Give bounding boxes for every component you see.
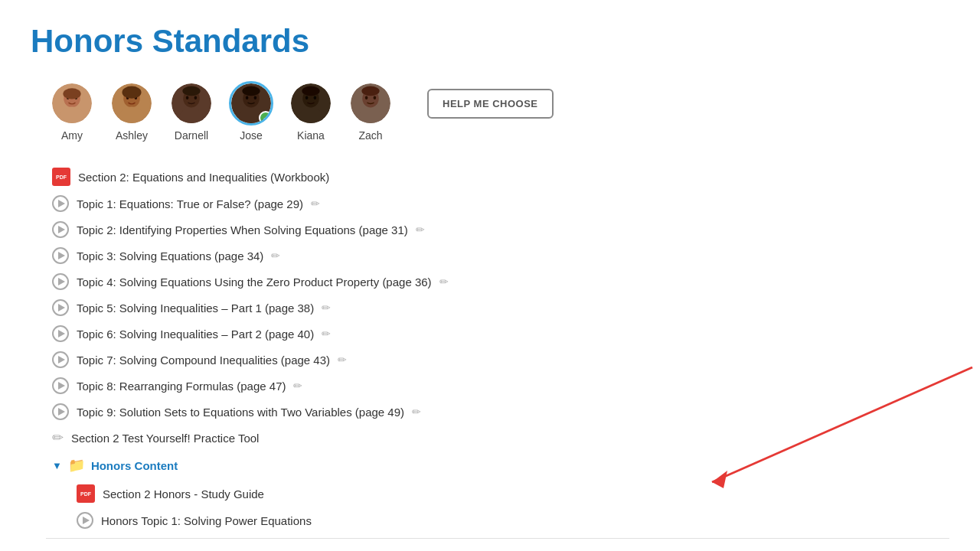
- edit-icon-1[interactable]: ✏: [311, 197, 320, 210]
- practice-label: Section 2 Test Yourself! Practice Tool: [71, 432, 259, 445]
- avatar-ashley[interactable]: [109, 81, 154, 126]
- honors-study-guide-item[interactable]: PDF Section 2 Honors - Study Guide: [46, 480, 949, 507]
- bottom-divider: [46, 538, 949, 539]
- topic-4-item[interactable]: Topic 4: Solving Equations Using the Zer…: [46, 269, 949, 295]
- honors-content-header[interactable]: ▼ 📁 Honors Content: [46, 451, 949, 480]
- svg-point-23: [242, 86, 260, 96]
- avatar-amy[interactable]: [50, 81, 94, 126]
- play-icon-8: [52, 377, 69, 394]
- selected-checkmark: ✓: [259, 111, 273, 125]
- topic-3-label: Topic 3: Solving Equations (page 34): [77, 249, 263, 262]
- student-kiana[interactable]: Kiana: [285, 81, 337, 142]
- honors-topic-1-item[interactable]: Honors Topic 1: Solving Power Equations: [46, 507, 949, 533]
- topic-3-item[interactable]: Topic 3: Solving Equations (page 34) ✏: [46, 243, 949, 269]
- collapse-arrow[interactable]: ▼: [52, 460, 62, 471]
- topic-1-label: Topic 1: Equations: True or False? (page…: [77, 197, 303, 210]
- topic-2-item[interactable]: Topic 2: Identifying Properties When Sol…: [46, 217, 949, 243]
- student-zach[interactable]: Zach: [345, 81, 397, 142]
- page-title: Honors Standards: [31, 23, 949, 60]
- svg-point-11: [122, 86, 141, 99]
- topic-6-label: Topic 6: Solving Inequalities – Part 2 (…: [77, 328, 314, 341]
- edit-icon-3[interactable]: ✏: [271, 249, 280, 262]
- pdf-icon: PDF: [52, 168, 70, 186]
- svg-point-34: [374, 96, 377, 99]
- svg-point-15: [186, 96, 189, 99]
- svg-point-22: [254, 96, 257, 99]
- svg-point-5: [63, 88, 80, 99]
- topic-8-label: Topic 8: Rearranging Formulas (page 47): [77, 380, 286, 393]
- topic-7-label: Topic 7: Solving Compound Inequalities (…: [77, 354, 330, 367]
- topic-1-item[interactable]: Topic 1: Equations: True or False? (page…: [46, 191, 949, 217]
- student-darnell-name: Darnell: [175, 129, 208, 142]
- play-icon-1: [52, 195, 69, 212]
- student-amy-name: Amy: [61, 129, 83, 142]
- play-icon-7: [52, 351, 69, 368]
- edit-icon-8[interactable]: ✏: [293, 380, 302, 392]
- student-amy[interactable]: Amy: [46, 81, 98, 142]
- topic-7-item[interactable]: Topic 7: Solving Compound Inequalities (…: [46, 347, 949, 373]
- svg-point-16: [194, 96, 198, 99]
- edit-icon-2[interactable]: ✏: [416, 223, 425, 236]
- content-list: PDF Section 2: Equations and Inequalitie…: [31, 163, 949, 543]
- avatar-darnell[interactable]: [169, 81, 214, 126]
- topic-9-label: Topic 9: Solution Sets to Equations with…: [77, 406, 404, 419]
- svg-point-28: [314, 96, 317, 99]
- edit-icon-4[interactable]: ✏: [439, 276, 449, 288]
- edit-icon-6[interactable]: ✏: [322, 328, 331, 340]
- svg-point-29: [302, 86, 319, 96]
- svg-point-33: [365, 96, 368, 99]
- play-icon-6: [52, 325, 69, 342]
- folder-icon: 📁: [68, 457, 85, 474]
- topic-5-label: Topic 5: Solving Inequalities – Part 1 (…: [77, 302, 314, 315]
- topic-6-item[interactable]: Topic 6: Solving Inequalities – Part 2 (…: [46, 321, 949, 347]
- play-icon-4: [52, 273, 69, 290]
- students-row: Amy Ashley: [31, 81, 949, 142]
- section-title: Section 2: Equations and Inequalities (W…: [78, 171, 329, 184]
- svg-point-21: [246, 96, 249, 99]
- topic-4-label: Topic 4: Solving Equations Using the Zer…: [77, 276, 432, 289]
- svg-point-35: [361, 86, 379, 96]
- play-icon-honors-1: [77, 512, 93, 529]
- play-icon-9: [52, 403, 69, 420]
- topic-5-item[interactable]: Topic 5: Solving Inequalities – Part 1 (…: [46, 295, 949, 321]
- student-ashley[interactable]: Ashley: [106, 81, 158, 142]
- avatar-jose[interactable]: ✓: [229, 81, 273, 126]
- page-container: Honors Standards Amy: [0, 0, 980, 551]
- svg-point-27: [305, 96, 309, 99]
- student-ashley-name: Ashley: [116, 129, 148, 142]
- edit-icon-9[interactable]: ✏: [412, 406, 421, 418]
- svg-point-17: [182, 86, 200, 96]
- topic-8-item[interactable]: Topic 8: Rearranging Formulas (page 47) …: [46, 373, 949, 399]
- play-icon-2: [52, 221, 69, 238]
- topic-2-label: Topic 2: Identifying Properties When Sol…: [77, 223, 408, 236]
- student-kiana-name: Kiana: [297, 129, 325, 142]
- practice-tool-item[interactable]: ✏ Section 2 Test Yourself! Practice Tool: [46, 425, 949, 451]
- section-header-item[interactable]: PDF Section 2: Equations and Inequalitie…: [46, 163, 949, 191]
- honors-content-label: Honors Content: [91, 459, 178, 472]
- avatar-zach[interactable]: [348, 81, 393, 126]
- honors-study-guide-label: Section 2 Honors - Study Guide: [103, 487, 264, 500]
- edit-icon-5[interactable]: ✏: [322, 302, 331, 314]
- play-icon-3: [52, 247, 69, 264]
- play-icon-5: [52, 299, 69, 316]
- honors-topic-1-label: Honors Topic 1: Solving Power Equations: [101, 514, 312, 527]
- topic-9-item[interactable]: Topic 9: Solution Sets to Equations with…: [46, 399, 949, 425]
- student-jose[interactable]: ✓ Jose: [225, 81, 277, 142]
- help-me-choose-button[interactable]: HELP ME CHOOSE: [427, 89, 554, 119]
- edit-icon-7[interactable]: ✏: [338, 354, 347, 366]
- student-zach-name: Zach: [358, 129, 382, 142]
- pdf-icon-honors: PDF: [77, 484, 95, 503]
- student-jose-name: Jose: [240, 129, 263, 142]
- student-darnell[interactable]: Darnell: [165, 81, 217, 142]
- pencil-icon-practice: ✏: [52, 429, 64, 446]
- avatar-kiana[interactable]: [289, 81, 333, 126]
